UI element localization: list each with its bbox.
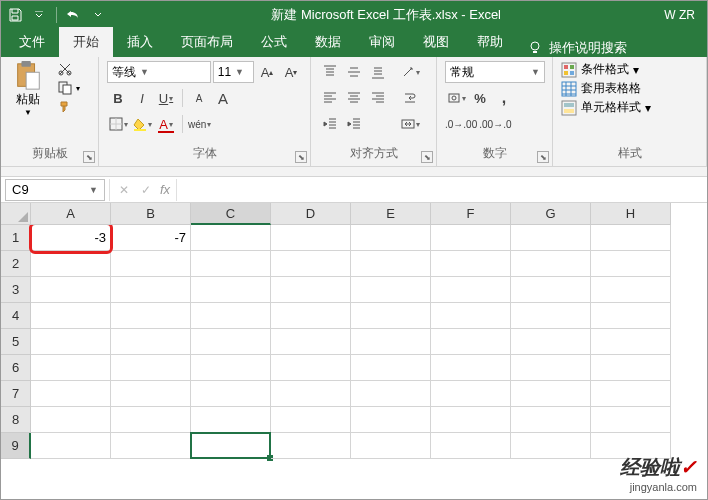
cell-A8[interactable]: [31, 407, 111, 433]
cell-G7[interactable]: [511, 381, 591, 407]
fill-color-button[interactable]: ▾: [131, 113, 153, 135]
row-header-9[interactable]: 9: [1, 433, 31, 459]
number-format-combo[interactable]: 常规▼: [445, 61, 545, 83]
cell-B3[interactable]: [111, 277, 191, 303]
cell-F2[interactable]: [431, 251, 511, 277]
cell-B2[interactable]: [111, 251, 191, 277]
cell-C3[interactable]: [191, 277, 271, 303]
cell-E9[interactable]: [351, 433, 431, 459]
tab-home[interactable]: 开始: [59, 27, 113, 57]
cell-A1[interactable]: -3: [31, 225, 111, 251]
cell-E7[interactable]: [351, 381, 431, 407]
row-header-6[interactable]: 6: [1, 355, 31, 381]
cell-G6[interactable]: [511, 355, 591, 381]
cell-F3[interactable]: [431, 277, 511, 303]
number-launcher[interactable]: ⬊: [537, 151, 549, 163]
cell-H7[interactable]: [591, 381, 671, 407]
col-header-D[interactable]: D: [271, 203, 351, 225]
cell-C9[interactable]: [191, 433, 271, 459]
font-color-button[interactable]: A▾: [155, 113, 177, 135]
save-icon[interactable]: [5, 5, 25, 25]
col-header-G[interactable]: G: [511, 203, 591, 225]
font-name-combo[interactable]: 等线▼: [107, 61, 211, 83]
cell-B4[interactable]: [111, 303, 191, 329]
cell-E6[interactable]: [351, 355, 431, 381]
cell-A7[interactable]: [31, 381, 111, 407]
name-box[interactable]: C9 ▼: [5, 179, 105, 201]
cell-C5[interactable]: [191, 329, 271, 355]
cell-D5[interactable]: [271, 329, 351, 355]
cell-H1[interactable]: [591, 225, 671, 251]
redo-dropdown-icon[interactable]: [88, 5, 108, 25]
qat-dropdown-icon[interactable]: [29, 5, 49, 25]
cell-B6[interactable]: [111, 355, 191, 381]
align-left-button[interactable]: [319, 87, 341, 109]
fx-icon[interactable]: fx: [160, 182, 170, 197]
font-shrink-button[interactable]: A: [188, 87, 210, 109]
font-size-combo[interactable]: 11▼: [213, 61, 254, 83]
cell-H6[interactable]: [591, 355, 671, 381]
cell-G4[interactable]: [511, 303, 591, 329]
cell-E1[interactable]: [351, 225, 431, 251]
cell-H5[interactable]: [591, 329, 671, 355]
cell-F4[interactable]: [431, 303, 511, 329]
cell-G2[interactable]: [511, 251, 591, 277]
underline-button[interactable]: U▾: [155, 87, 177, 109]
bold-button[interactable]: B: [107, 87, 129, 109]
align-bottom-button[interactable]: [367, 61, 389, 83]
cell-E2[interactable]: [351, 251, 431, 277]
cell-F5[interactable]: [431, 329, 511, 355]
select-all-corner[interactable]: [1, 203, 31, 225]
cell-F1[interactable]: [431, 225, 511, 251]
cell-G8[interactable]: [511, 407, 591, 433]
percent-button[interactable]: %: [469, 87, 491, 109]
wrap-text-button[interactable]: [399, 87, 421, 109]
cell-B7[interactable]: [111, 381, 191, 407]
decrease-font-button[interactable]: A▾: [280, 61, 302, 83]
borders-button[interactable]: ▾: [107, 113, 129, 135]
decrease-indent-button[interactable]: [319, 113, 341, 135]
merge-center-button[interactable]: ▾: [399, 113, 421, 135]
cell-H4[interactable]: [591, 303, 671, 329]
cell-D2[interactable]: [271, 251, 351, 277]
italic-button[interactable]: I: [131, 87, 153, 109]
cell-C1[interactable]: [191, 225, 271, 251]
cell-F9[interactable]: [431, 433, 511, 459]
tab-insert[interactable]: 插入: [113, 27, 167, 57]
align-center-button[interactable]: [343, 87, 365, 109]
tell-me-search[interactable]: 操作说明搜索: [527, 39, 627, 57]
comma-button[interactable]: ,: [493, 87, 515, 109]
cell-C7[interactable]: [191, 381, 271, 407]
cell-A4[interactable]: [31, 303, 111, 329]
cell-E8[interactable]: [351, 407, 431, 433]
cell-D6[interactable]: [271, 355, 351, 381]
col-header-C[interactable]: C: [191, 203, 271, 225]
col-header-B[interactable]: B: [111, 203, 191, 225]
cell-D8[interactable]: [271, 407, 351, 433]
clipboard-launcher[interactable]: ⬊: [83, 151, 95, 163]
tab-file[interactable]: 文件: [5, 27, 59, 57]
row-header-2[interactable]: 2: [1, 251, 31, 277]
cell-G5[interactable]: [511, 329, 591, 355]
cell-F7[interactable]: [431, 381, 511, 407]
cell-C8[interactable]: [191, 407, 271, 433]
align-middle-button[interactable]: [343, 61, 365, 83]
cell-H8[interactable]: [591, 407, 671, 433]
cancel-formula-button[interactable]: ✕: [116, 183, 132, 197]
cell-styles-button[interactable]: 单元格样式▾: [561, 99, 651, 116]
row-header-7[interactable]: 7: [1, 381, 31, 407]
tab-page-layout[interactable]: 页面布局: [167, 27, 247, 57]
paste-button[interactable]: 粘贴 ▼: [9, 61, 47, 117]
tab-data[interactable]: 数据: [301, 27, 355, 57]
cell-B9[interactable]: [111, 433, 191, 459]
row-header-4[interactable]: 4: [1, 303, 31, 329]
cell-A9[interactable]: [31, 433, 111, 459]
col-header-A[interactable]: A: [31, 203, 111, 225]
cell-D1[interactable]: [271, 225, 351, 251]
cell-A3[interactable]: [31, 277, 111, 303]
row-header-3[interactable]: 3: [1, 277, 31, 303]
cell-F8[interactable]: [431, 407, 511, 433]
cell-D7[interactable]: [271, 381, 351, 407]
format-as-table-button[interactable]: 套用表格格: [561, 80, 651, 97]
cell-H2[interactable]: [591, 251, 671, 277]
